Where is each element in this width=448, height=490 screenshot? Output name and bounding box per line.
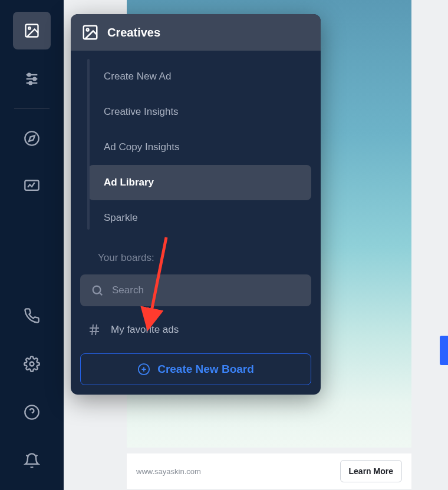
menu-item-ad-library[interactable]: Ad Library [88, 165, 311, 200]
help-icon [24, 404, 40, 421]
sidebar-item-contact[interactable] [13, 297, 51, 335]
learn-more-button[interactable]: Learn More [340, 460, 402, 482]
right-edge-tab[interactable] [440, 336, 448, 365]
sliders-icon [24, 71, 40, 87]
bell-icon [24, 452, 40, 469]
svg-point-3 [28, 74, 31, 77]
sidebar-item-help[interactable] [13, 393, 51, 431]
sidebar-item-analytics[interactable] [13, 168, 51, 206]
compass-icon [24, 130, 40, 147]
svg-point-1 [28, 27, 31, 29]
popover-header: Creatives [71, 14, 321, 51]
sidebar-item-notifications[interactable] [13, 442, 51, 479]
svg-line-20 [92, 325, 93, 335]
svg-point-8 [25, 131, 38, 145]
svg-rect-10 [25, 181, 38, 190]
search-wrap[interactable] [80, 274, 311, 306]
menu-rail [87, 59, 90, 230]
create-new-board-button[interactable]: Create New Board [80, 353, 311, 385]
svg-point-16 [93, 286, 101, 294]
search-icon [91, 284, 104, 297]
popover-title: Creatives [107, 26, 160, 39]
menu-section: Create New Ad Creative Insights Ad Copy … [71, 51, 321, 236]
boards-section: Your boards: My favorite ads Crea [71, 236, 321, 395]
creatives-popover: Creatives Create New Ad Creative Insight… [71, 14, 321, 395]
app-sidebar [0, 0, 64, 490]
menu-item-sparkle[interactable]: Sparkle [88, 200, 311, 236]
svg-line-21 [95, 325, 97, 335]
gear-icon [24, 356, 40, 372]
hash-icon [87, 323, 101, 337]
board-name: My favorite ads [111, 324, 179, 336]
svg-point-5 [33, 78, 36, 81]
sidebar-divider [14, 108, 50, 109]
board-item-my-favorite-ads[interactable]: My favorite ads [80, 323, 311, 337]
svg-marker-9 [29, 135, 35, 141]
sidebar-item-settings-sliders[interactable] [13, 60, 51, 98]
card-url: www.sayaskin.com [136, 467, 201, 476]
menu-item-ad-copy-insights[interactable]: Ad Copy Insights [88, 130, 311, 165]
phone-icon [24, 307, 40, 324]
svg-line-17 [100, 293, 102, 295]
monitor-chart-icon [24, 178, 40, 195]
sidebar-item-explore[interactable] [13, 120, 51, 157]
svg-point-7 [29, 82, 32, 85]
image-icon [81, 24, 99, 41]
boards-label: Your boards: [80, 252, 311, 264]
image-icon [24, 22, 40, 39]
card-footer: www.sayaskin.com Learn More [127, 453, 411, 489]
sidebar-item-settings[interactable] [13, 345, 51, 383]
svg-point-15 [87, 29, 89, 31]
sidebar-item-creatives[interactable] [13, 12, 51, 49]
search-input[interactable] [112, 284, 301, 296]
plus-circle-icon [137, 363, 150, 376]
menu-item-creative-insights[interactable]: Creative Insights [88, 94, 311, 130]
create-board-label: Create New Board [157, 363, 254, 376]
menu-item-create-new-ad[interactable]: Create New Ad [88, 59, 311, 94]
svg-point-11 [30, 362, 34, 366]
